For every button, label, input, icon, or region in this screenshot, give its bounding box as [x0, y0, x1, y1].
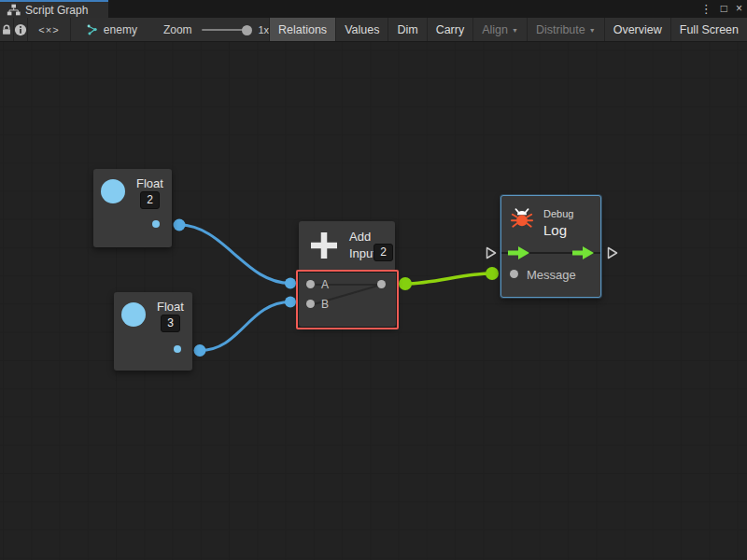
inspector-button[interactable]	[14, 18, 28, 41]
float-output-port[interactable]	[152, 220, 160, 228]
node-title: Log	[543, 222, 567, 238]
port-b-label: B	[321, 298, 329, 311]
input-port-b[interactable]	[306, 300, 315, 308]
message-input-port[interactable]	[510, 270, 518, 278]
float-node-2[interactable]: Float 3	[114, 292, 192, 371]
wire-sum-to-message[interactable]	[405, 273, 492, 284]
code-angle-icon: <×>	[38, 24, 59, 35]
port-a-label: A	[321, 278, 329, 291]
toolbar-toggles: Relations Values Dim Carry Align ▼ Distr…	[269, 18, 747, 41]
zoom-slider-handle[interactable]	[242, 25, 252, 35]
zoom-value: 1x	[258, 24, 269, 35]
relations-toggle[interactable]: Relations	[269, 18, 335, 41]
float-node-1[interactable]: Float 2	[93, 169, 172, 247]
float-type-icon	[101, 179, 125, 203]
node-title: Float	[136, 176, 163, 190]
tab-label: Script Graph	[25, 4, 88, 17]
values-toggle[interactable]: Values	[335, 18, 388, 41]
chevron-down-icon: ▼	[589, 25, 596, 34]
message-port-label: Message	[527, 268, 576, 282]
wire-endpoint[interactable]	[486, 267, 499, 280]
input-port-a[interactable]	[306, 280, 315, 288]
graph-toolbar: <×> enemy Zoom 1x Relations Values Dim	[0, 18, 747, 42]
add-node-body[interactable]: A B	[299, 273, 396, 327]
align-dropdown[interactable]: Align ▼	[472, 18, 527, 41]
float-output-port[interactable]	[174, 345, 181, 353]
tab-strip: Script Graph ⋮ □ ×	[0, 0, 747, 18]
float-type-icon	[121, 302, 146, 327]
full-screen-button[interactable]: Full Screen	[670, 18, 747, 41]
code-view-button[interactable]: <×>	[28, 18, 71, 41]
bug-icon	[511, 208, 533, 228]
flow-in-triangle-icon[interactable]	[486, 246, 497, 259]
info-icon	[14, 23, 27, 36]
zoom-label: Zoom	[163, 23, 192, 36]
dim-toggle[interactable]: Dim	[388, 18, 426, 41]
carry-toggle[interactable]: Carry	[427, 18, 473, 41]
node-title: Add	[349, 230, 371, 244]
control-input-arrow-icon[interactable]	[508, 246, 530, 259]
node-title: Float	[157, 300, 184, 314]
maximize-icon[interactable]: □	[721, 0, 727, 18]
plus-icon	[311, 232, 337, 259]
wire-endpoint[interactable]	[174, 219, 186, 231]
zoom-slider[interactable]	[202, 29, 250, 31]
graph-canvas[interactable]: Float 2 Float 3 Add Inputs 2	[0, 42, 747, 560]
float-value-input[interactable]: 3	[161, 315, 180, 332]
tab-script-graph[interactable]: Script Graph	[0, 0, 108, 18]
overview-button[interactable]: Overview	[604, 18, 670, 41]
graph-asset-breadcrumb[interactable]: enemy	[86, 18, 137, 41]
wire-float2-to-a[interactable]	[179, 225, 290, 284]
wire-endpoint[interactable]	[399, 277, 412, 290]
wire-float3-to-b[interactable]	[200, 302, 290, 351]
inputs-count-input[interactable]: 2	[374, 244, 393, 261]
chevron-down-icon: ▼	[512, 25, 518, 34]
node-category: Debug	[543, 208, 573, 219]
script-graph-window: Script Graph ⋮ □ × <×>	[0, 0, 747, 560]
lock-icon	[0, 23, 13, 36]
float-value-input[interactable]: 2	[140, 191, 160, 209]
wire-endpoint[interactable]	[285, 297, 296, 308]
add-node-header[interactable]: Add Inputs 2	[299, 221, 395, 272]
sum-output-port[interactable]	[377, 280, 386, 288]
script-graph-asset-icon	[86, 23, 99, 36]
graph-hierarchy-icon	[7, 3, 21, 17]
close-icon[interactable]: ×	[736, 0, 742, 18]
debug-log-node[interactable]: Debug Log Message	[500, 195, 601, 298]
flow-out-triangle-icon[interactable]	[607, 246, 618, 259]
window-menu-icon[interactable]: ⋮	[700, 0, 712, 18]
distribute-dropdown[interactable]: Distribute ▼	[527, 18, 604, 41]
window-controls: ⋮ □ ×	[700, 0, 742, 18]
control-output-arrow-icon[interactable]	[572, 246, 595, 259]
wire-endpoint[interactable]	[285, 278, 296, 289]
wire-endpoint[interactable]	[194, 344, 206, 357]
lock-button[interactable]	[0, 18, 14, 41]
graph-asset-name: enemy	[104, 23, 137, 36]
